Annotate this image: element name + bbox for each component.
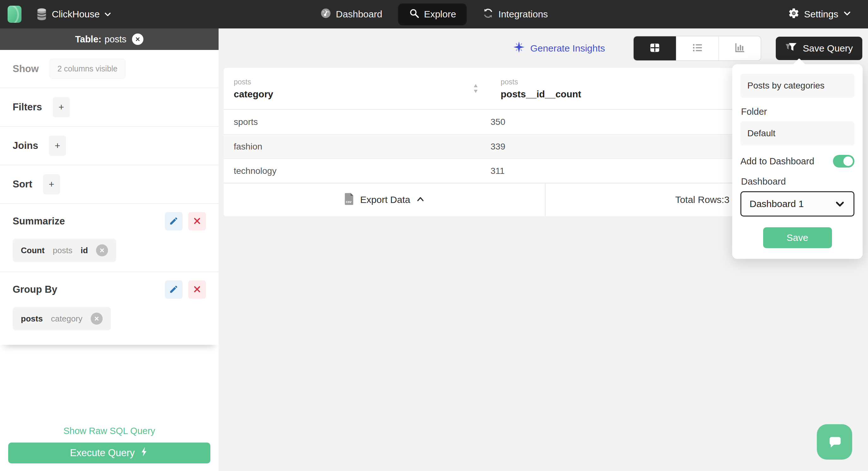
column-name: category bbox=[234, 89, 273, 99]
folder-label: Folder bbox=[741, 107, 855, 117]
cell-category: fashion bbox=[224, 142, 491, 152]
pencil-icon bbox=[169, 285, 179, 295]
brand-name: ClickHouse bbox=[52, 9, 100, 20]
summarize-label: Summarize bbox=[12, 215, 65, 227]
nav-item-label: Integrations bbox=[498, 9, 548, 20]
cell-category: technology bbox=[224, 166, 491, 176]
integrations-icon bbox=[483, 8, 494, 21]
save-query-popover: Folder Add to Dashboard Dashboard Dashbo… bbox=[732, 64, 863, 259]
column-group: posts bbox=[234, 78, 273, 86]
chevron-up-icon bbox=[416, 195, 425, 205]
popover-save-button[interactable]: Save bbox=[763, 227, 832, 248]
remove-summarize-button[interactable] bbox=[188, 212, 206, 230]
list-view-button[interactable] bbox=[676, 36, 718, 60]
column-header-category[interactable]: posts category bbox=[224, 78, 491, 99]
lightning-icon bbox=[140, 447, 149, 459]
primary-nav: Dashboard Explore Integrations bbox=[317, 3, 551, 26]
remove-group-by-button[interactable] bbox=[188, 281, 206, 299]
add-filter-button[interactable]: + bbox=[53, 97, 70, 117]
edit-summarize-button[interactable] bbox=[165, 212, 183, 230]
dashboard-select[interactable]: Dashboard 1 bbox=[740, 191, 855, 216]
nav-item-explore[interactable]: Explore bbox=[398, 3, 467, 25]
summarize-section: Summarize Count posts bbox=[0, 204, 219, 272]
add-to-dashboard-row: Add to Dashboard bbox=[740, 155, 855, 168]
add-to-dashboard-label: Add to Dashboard bbox=[740, 156, 814, 167]
add-sort-button[interactable]: + bbox=[43, 174, 60, 195]
group-by-label: Group By bbox=[12, 284, 57, 295]
query-name-input[interactable] bbox=[740, 73, 855, 98]
nav-item-label: Dashboard bbox=[336, 9, 382, 20]
filters-label: Filters bbox=[12, 101, 42, 113]
show-label: Show bbox=[12, 63, 39, 75]
svg-text:csv: csv bbox=[346, 200, 351, 204]
brand[interactable]: ClickHouse bbox=[7, 6, 112, 23]
group-by-chip: posts category bbox=[12, 307, 111, 330]
export-data-button[interactable]: csv Export Data bbox=[224, 183, 546, 216]
delete-icon bbox=[193, 217, 201, 226]
table-name: posts bbox=[104, 34, 126, 45]
chip-column: category bbox=[51, 314, 83, 324]
chip-table: posts bbox=[53, 246, 72, 256]
generate-insights-link[interactable]: Generate Insights bbox=[513, 41, 605, 56]
funnel-icon bbox=[785, 41, 798, 55]
view-toggle bbox=[633, 36, 761, 61]
toggle-knob bbox=[843, 156, 853, 166]
table-view-icon bbox=[648, 41, 661, 55]
generate-insights-label: Generate Insights bbox=[530, 43, 605, 54]
columns-visible-chip[interactable]: 2 columns visible bbox=[50, 59, 125, 79]
dashboard-select-value: Dashboard 1 bbox=[749, 199, 804, 209]
results-toolbar: Generate Insights bbox=[219, 28, 868, 68]
execute-query-button[interactable]: Execute Query bbox=[8, 443, 210, 463]
settings-label: Settings bbox=[804, 9, 838, 20]
chart-view-icon bbox=[733, 41, 746, 55]
query-builder-sidebar: Table: posts Show 2 columns visible Filt… bbox=[0, 28, 219, 471]
nav-item-integrations[interactable]: Integrations bbox=[479, 3, 551, 26]
joins-label: Joins bbox=[12, 140, 38, 151]
chat-widget-button[interactable] bbox=[817, 424, 852, 460]
show-row: Show 2 columns visible bbox=[0, 50, 219, 88]
filters-row: Filters + bbox=[0, 88, 219, 127]
sort-label: Sort bbox=[12, 179, 32, 190]
gear-icon bbox=[788, 7, 800, 22]
summarize-chip: Count posts id bbox=[12, 239, 116, 262]
remove-chip-icon[interactable] bbox=[91, 313, 103, 325]
cell-count: 350 bbox=[491, 117, 505, 127]
chart-view-button[interactable] bbox=[718, 36, 761, 60]
column-group: posts bbox=[501, 78, 581, 86]
delete-icon bbox=[193, 285, 201, 294]
export-data-label: Export Data bbox=[360, 195, 410, 205]
cell-count: 311 bbox=[491, 166, 505, 176]
settings-menu[interactable]: Settings bbox=[788, 7, 851, 22]
top-nav: ClickHouse Dashboard Explore bbox=[0, 0, 868, 28]
pencil-icon bbox=[169, 216, 179, 227]
column-name: posts__id__count bbox=[501, 89, 581, 99]
table-header-label: Table: bbox=[75, 34, 101, 45]
add-to-dashboard-toggle[interactable] bbox=[833, 155, 855, 168]
save-query-button[interactable]: Save Query bbox=[776, 37, 862, 60]
folder-input[interactable] bbox=[740, 121, 855, 145]
edit-group-by-button[interactable] bbox=[165, 281, 183, 299]
nav-item-dashboard[interactable]: Dashboard bbox=[317, 3, 385, 26]
cell-count: 339 bbox=[491, 142, 505, 152]
save-query-label: Save Query bbox=[803, 43, 853, 54]
builder-panel: Show 2 columns visible Filters + Joins +… bbox=[0, 50, 219, 345]
total-rows-label: Total Rows:3 bbox=[675, 195, 730, 205]
app-logo bbox=[7, 6, 22, 23]
list-view-icon bbox=[691, 41, 704, 55]
sort-icon[interactable] bbox=[472, 84, 479, 94]
joins-row: Joins + bbox=[0, 127, 219, 165]
close-icon[interactable] bbox=[132, 33, 144, 45]
chevron-down-icon bbox=[835, 199, 845, 209]
column-header-count[interactable]: posts posts__id__count bbox=[491, 78, 581, 99]
chevron-down-icon bbox=[103, 10, 112, 18]
table-header: Table: posts bbox=[0, 28, 219, 50]
nav-item-label: Explore bbox=[424, 9, 456, 20]
add-join-button[interactable]: + bbox=[49, 136, 66, 156]
remove-chip-icon[interactable] bbox=[96, 244, 108, 256]
dashboard-label: Dashboard bbox=[741, 176, 855, 187]
sort-row: Sort + bbox=[0, 165, 219, 204]
chevron-down-icon bbox=[843, 9, 851, 20]
search-icon bbox=[409, 8, 420, 21]
show-raw-sql-link[interactable]: Show Raw SQL Query bbox=[0, 426, 219, 436]
table-view-button[interactable] bbox=[633, 36, 676, 60]
